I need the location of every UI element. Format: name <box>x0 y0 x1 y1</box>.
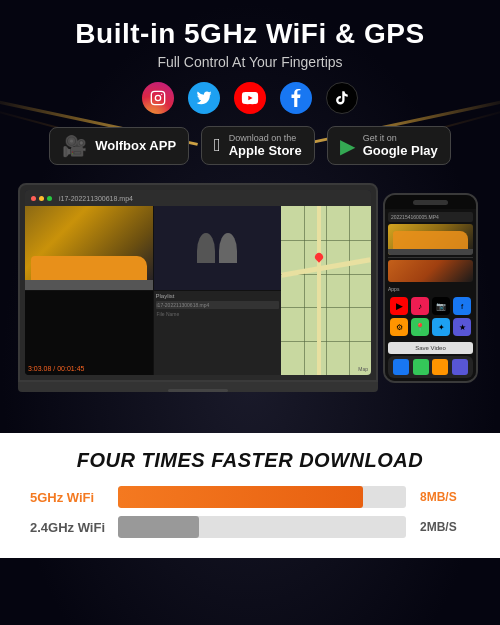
laptop-content-area: 3:03.08 / 00:01:45 Playlist i17-20221130… <box>25 206 371 375</box>
google-btn-large: Google Play <box>363 143 438 158</box>
video-panels-grid: 3:03.08 / 00:01:45 Playlist i17-20221130… <box>25 206 281 375</box>
devices-section: i17-202211300618.mp4 <box>0 173 500 433</box>
wifi-24ghz-bar-track <box>118 516 406 538</box>
phone-filename-bar: 2022154160005.MP4 <box>388 212 473 222</box>
video-panel-4: Playlist i17-202211300618.mp4 File Name <box>154 291 282 375</box>
wifi-24ghz-row: 2.4GHz WiFi 2MB/S <box>30 516 470 538</box>
download-title: FOUR TIMES FASTER DOWNLOAD <box>30 449 470 472</box>
phone-road <box>388 249 473 255</box>
phone-device: 2022154160005.MP4 Apps ▶ ♪ 📷 f ⚙ 📍 <box>383 193 478 383</box>
google-play-icon: ▶ <box>340 134 355 158</box>
phone-apps-label: Apps <box>388 284 473 293</box>
bottom-section: FOUR TIMES FASTER DOWNLOAD 5GHz WiFi 8MB… <box>0 433 500 558</box>
wifi-5ghz-label: 5GHz WiFi <box>30 490 110 505</box>
phone-app-tiktok[interactable]: ♪ <box>411 297 429 315</box>
wifi-24ghz-bar-fill <box>118 516 199 538</box>
apple-btn-small: Download on the <box>229 133 302 143</box>
youtube-icon[interactable] <box>234 82 266 114</box>
map-panel: Map <box>281 206 371 375</box>
phone-car <box>393 231 468 251</box>
wolfbox-app-button[interactable]: 🎥 Wolfbox APP <box>49 127 189 165</box>
map-pin <box>315 253 323 263</box>
laptop-base <box>18 382 378 392</box>
apple-btn-large: Apple Store <box>229 143 302 158</box>
map-pin-head <box>314 252 325 263</box>
person-1 <box>197 233 215 263</box>
laptop-screen-outer: i17-202211300618.mp4 <box>18 183 378 382</box>
main-title: Built-in 5GHz WiFi & GPS <box>75 18 424 50</box>
twitter-icon[interactable] <box>188 82 220 114</box>
phone-notch <box>385 195 476 209</box>
tiktok-icon[interactable] <box>326 82 358 114</box>
dock-icon-3[interactable] <box>432 359 448 375</box>
dock-icon-4[interactable] <box>452 359 468 375</box>
phone-app-grid: ▶ ♪ 📷 f ⚙ 📍 ✦ ★ <box>388 295 473 338</box>
phone-dock <box>388 356 473 378</box>
wifi-5ghz-value: 8MB/S <box>420 490 470 504</box>
laptop-title-bar: i17-202211300618.mp4 <box>25 190 371 206</box>
playlist: Playlist i17-202211300618.mp4 File Name <box>154 291 282 375</box>
playlist-item-1: i17-202211300618.mp4 <box>156 301 280 309</box>
dot-red <box>31 196 36 201</box>
phone-notch-bar <box>413 200 448 205</box>
apple-icon:  <box>214 135 221 156</box>
laptop-device: i17-202211300618.mp4 <box>18 183 378 392</box>
apple-btn-text: Download on the Apple Store <box>229 133 302 158</box>
playlist-label: Playlist <box>156 293 280 299</box>
sub-title: Full Control At Your Fingertips <box>157 54 342 70</box>
svg-rect-0 <box>151 91 164 104</box>
phone-app-maps[interactable]: 📍 <box>411 318 429 336</box>
people-silhouettes <box>197 233 237 263</box>
map-v-line-2 <box>326 206 327 375</box>
phone-app-fb[interactable]: f <box>453 297 471 315</box>
wifi-5ghz-bar-track <box>118 486 406 508</box>
video-panel-3: 3:03.08 / 00:01:45 <box>25 291 153 375</box>
road <box>25 280 153 290</box>
map-v-line-3 <box>349 206 350 375</box>
wifi-5ghz-row: 5GHz WiFi 8MB/S <box>30 486 470 508</box>
timestamp-1: 3:03.08 / 00:01:45 <box>28 365 84 372</box>
map-v-line-1 <box>304 206 305 375</box>
svg-point-1 <box>155 95 160 100</box>
phone-app-app[interactable]: ★ <box>453 318 471 336</box>
playlist-item-2: File Name <box>156 310 280 318</box>
google-btn-small: Get it on <box>363 133 438 143</box>
video-panel-1 <box>25 206 153 290</box>
dot-green <box>47 196 52 201</box>
dock-icon-2[interactable] <box>413 359 429 375</box>
wifi-5ghz-bar-fill <box>118 486 363 508</box>
phone-app-settings[interactable]: ⚙ <box>390 318 408 336</box>
laptop-screen-inner: i17-202211300618.mp4 <box>25 190 371 375</box>
phone-app-twitter[interactable]: ✦ <box>432 318 450 336</box>
apple-store-button[interactable]:  Download on the Apple Store <box>201 126 315 165</box>
phone-video-thumb-1 <box>388 224 473 255</box>
dot-yellow <box>39 196 44 201</box>
facebook-icon[interactable] <box>280 82 312 114</box>
social-icons-row <box>142 82 358 114</box>
wolfbox-btn-text: Wolfbox APP <box>95 138 176 153</box>
wifi-24ghz-value: 2MB/S <box>420 520 470 534</box>
wolfbox-icon: 🎥 <box>62 134 87 158</box>
instagram-icon[interactable] <box>142 82 174 114</box>
video-panel-2 <box>154 206 282 290</box>
phone-app-camera[interactable]: 📷 <box>432 297 450 315</box>
map-label: Map <box>358 366 368 372</box>
google-play-button[interactable]: ▶ Get it on Google Play <box>327 126 451 165</box>
app-buttons-row: 🎥 Wolfbox APP  Download on the Apple St… <box>49 126 451 165</box>
phone-app-youtube[interactable]: ▶ <box>390 297 408 315</box>
phone-screen: 2022154160005.MP4 Apps ▶ ♪ 📷 f ⚙ 📍 <box>385 209 476 381</box>
phone-divider <box>388 257 473 258</box>
main-content: Built-in 5GHz WiFi & GPS Full Control At… <box>0 0 500 558</box>
wolfbox-label: Wolfbox APP <box>95 138 176 153</box>
svg-point-2 <box>161 94 162 95</box>
wifi-24ghz-label: 2.4GHz WiFi <box>30 520 110 535</box>
person-2 <box>219 233 237 263</box>
phone-save-btn[interactable]: Save Video <box>388 342 473 354</box>
phone-video-thumb-2 <box>388 260 473 283</box>
map-road-2 <box>317 206 321 375</box>
dock-icon-1[interactable] <box>393 359 409 375</box>
laptop-filename: i17-202211300618.mp4 <box>59 195 133 202</box>
google-btn-text: Get it on Google Play <box>363 133 438 158</box>
